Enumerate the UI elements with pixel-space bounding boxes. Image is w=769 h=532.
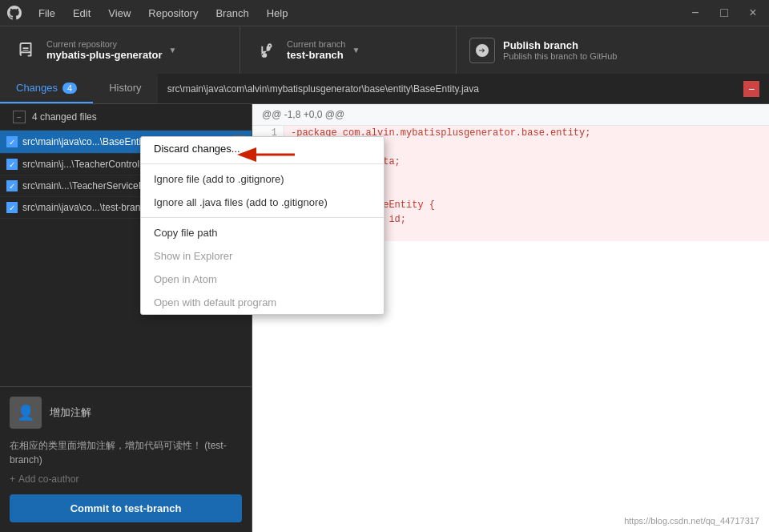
tab-changes-label: Changes [16,82,58,94]
open-default-label: Open with default program [154,296,276,308]
branch-icon [253,38,279,63]
context-menu-open-atom: Open in Atom [141,268,384,291]
context-menu-open-default: Open with default program [141,291,384,314]
collapse-icon[interactable]: − [13,111,26,123]
publish-icon [469,38,495,63]
tab-history[interactable]: History [93,74,157,103]
open-atom-label: Open in Atom [154,273,217,285]
branch-text: Current branch test-branch [287,39,345,61]
toolbar: Current repository mybatis-plus-generato… [0,26,769,74]
file-checkbox-0[interactable]: ✓ [6,136,18,147]
context-menu-ignore-java[interactable]: Ignore all .java files (add to .gitignor… [141,191,384,214]
context-menu-ignore-file[interactable]: Ignore file (add to .gitignore) [141,167,384,191]
app-logo [6,5,22,21]
branch-caret-icon: ▼ [352,46,360,54]
commit-button[interactable]: Commit to test-branch [10,494,242,522]
discard-file-button[interactable]: − [743,81,759,97]
breadcrumb-bar: src\main\java\com\alvin\mybatisplusgener… [158,74,769,103]
repo-name: mybatis-plus-generator [46,49,162,61]
menu-branch[interactable]: Branch [207,4,256,22]
tab-history-label: History [109,82,141,94]
avatar: 👤 [10,397,42,429]
watermark: https://blog.csdn.net/qq_44717317 [624,516,759,526]
repo-icon [13,38,38,63]
window-controls: − □ × [686,3,763,22]
add-coauthor-label: Add co-author [18,474,79,485]
current-repo-section[interactable]: Current repository mybatis-plus-generato… [0,26,240,74]
menu-bar: File Edit View Repository Branch Help − … [0,0,769,26]
menu-help[interactable]: Help [259,4,296,22]
arrow-indicator [232,146,296,163]
file-name-3: src\main\java\co...\test-bran [22,202,140,213]
publish-sub: Publish this branch to GitHub [503,51,617,61]
maximize-button[interactable]: □ [715,3,734,22]
commit-panel: 👤 增加注解 在相应的类里面增加注解，增加代码可读性！ (test-branch… [0,386,252,532]
tab-changes[interactable]: Changes 4 [0,74,93,103]
file-checkbox-1[interactable]: ✓ [6,159,18,170]
repo-label: Current repository [46,39,162,49]
menu-repository[interactable]: Repository [140,4,206,22]
commit-btn-pre: Commit to [70,502,125,514]
diff-hunk-header: @@ -1,8 +0,0 @@ [252,104,769,126]
changed-files-header: − 4 changed files [0,104,252,131]
main-content: − 4 changed files ✓ src\main\java\co...\… [0,104,769,532]
publish-text: Publish branch Publish this branch to Gi… [503,39,617,61]
repo-caret-icon: ▼ [168,46,176,54]
add-coauthor-icon: + [10,474,15,485]
publish-title: Publish branch [503,39,617,51]
file-name-2: src\main\...\TeacherServiceI [22,180,141,191]
context-menu-divider-1 [141,163,384,164]
file-checkbox-3[interactable]: ✓ [6,202,18,213]
add-coauthor-button[interactable]: + Add co-author [10,474,242,485]
context-menu-divider-2 [141,217,384,218]
repo-text: Current repository mybatis-plus-generato… [46,39,162,61]
commit-description: 在相应的类里面增加注解，增加代码可读性！ (test-branch) [10,438,242,467]
publish-section[interactable]: Publish branch Publish this branch to Gi… [457,26,769,74]
minimize-button[interactable]: − [686,3,705,22]
tab-bar: Changes 4 History src\main\java\com\alvi… [0,74,769,104]
copy-path-label: Copy file path [154,227,218,239]
context-menu-copy-path[interactable]: Copy file path [141,221,384,244]
commit-title-input[interactable]: 增加注解 [50,405,91,420]
commit-author: 👤 增加注解 [10,397,242,429]
file-checkbox-2[interactable]: ✓ [6,180,18,191]
close-button[interactable]: × [743,3,763,22]
current-branch-section[interactable]: Current branch test-branch ▼ [240,26,457,74]
menu-view[interactable]: View [100,4,139,22]
file-name-1: src\main\j...\TeacherControl [22,159,139,170]
context-menu-show-explorer: Show in Explorer [141,244,384,268]
commit-btn-branch: test-branch [125,502,182,514]
changes-count-badge: 4 [62,83,77,94]
branch-label: Current branch [287,39,345,49]
ignore-file-label: Ignore file (add to .gitignore) [154,173,284,185]
menu-edit[interactable]: Edit [65,4,99,22]
branch-name: test-branch [287,49,345,61]
show-explorer-label: Show in Explorer [154,250,232,262]
discard-label: Discard changes... [154,143,240,155]
breadcrumb: src\main\java\com\alvin\mybatisplusgener… [167,83,479,95]
ignore-java-label: Ignore all .java files (add to .gitignor… [154,196,328,208]
menu-file[interactable]: File [30,4,63,22]
changed-files-count: 4 changed files [32,111,97,123]
